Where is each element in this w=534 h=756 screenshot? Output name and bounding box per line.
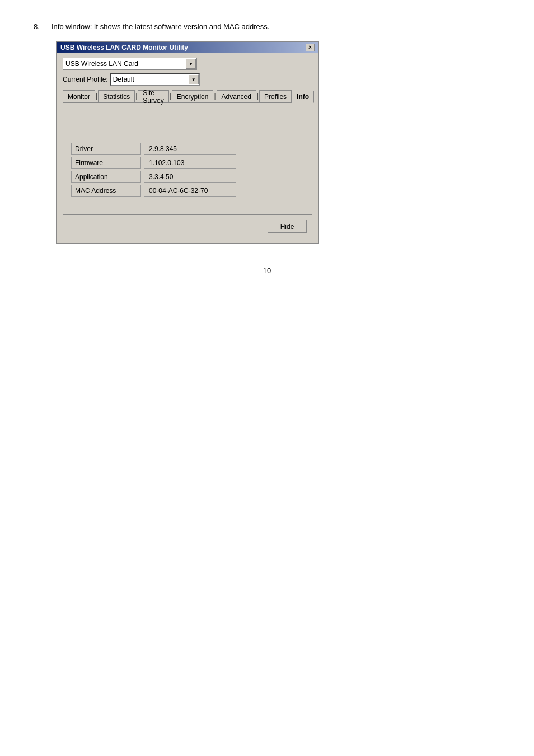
hide-button[interactable]: Hide bbox=[268, 220, 307, 233]
intro-text: Info window: It shows the latest softwar… bbox=[51, 22, 269, 31]
tab-site-survey[interactable]: Site Survey bbox=[138, 90, 168, 102]
profile-row: Current Profile: Default ▼ bbox=[63, 73, 312, 86]
page-footer: 10 bbox=[34, 266, 500, 275]
intro-line: 8.Info window: It shows the latest softw… bbox=[34, 22, 500, 31]
mac-value: 00-04-AC-6C-32-70 bbox=[144, 185, 236, 197]
profile-dropdown[interactable]: Default bbox=[110, 73, 200, 86]
tabs-row: Monitor | Statistics | Site Survey | Enc… bbox=[63, 90, 312, 103]
firmware-label: Firmware bbox=[71, 157, 141, 169]
driver-value: 2.9.8.345 bbox=[144, 143, 236, 155]
tab-statistics[interactable]: Statistics bbox=[98, 90, 135, 102]
dialog-window: USB Wireless LAN CARD Monitor Utility × … bbox=[56, 41, 319, 244]
bottom-row: Hide bbox=[63, 215, 312, 237]
info-rows-wrapper: Driver 2.9.8.345 Firmware 1.102.0.103 Ap… bbox=[71, 143, 304, 197]
driver-label: Driver bbox=[71, 143, 141, 155]
tab-advanced[interactable]: Advanced bbox=[217, 90, 256, 102]
dialog-title: USB Wireless LAN CARD Monitor Utility bbox=[60, 44, 188, 51]
intro-number: 8. bbox=[34, 22, 51, 31]
mac-label: MAC Address bbox=[71, 185, 141, 197]
profile-label: Current Profile: bbox=[63, 76, 108, 83]
application-label: Application bbox=[71, 171, 141, 183]
tab-info[interactable]: Info bbox=[292, 91, 314, 103]
device-dropdown-row: USB Wireless LAN Card ▼ bbox=[63, 58, 312, 70]
device-dropdown-wrapper: USB Wireless LAN Card ▼ bbox=[63, 58, 197, 70]
close-button[interactable]: × bbox=[306, 44, 315, 51]
profile-dropdown-wrapper: Default ▼ bbox=[110, 73, 200, 86]
tab-encryption[interactable]: Encryption bbox=[172, 90, 214, 102]
firmware-value: 1.102.0.103 bbox=[144, 157, 236, 169]
page-number: 10 bbox=[263, 266, 271, 275]
info-entry-driver: Driver 2.9.8.345 bbox=[71, 143, 304, 155]
tab-monitor[interactable]: Monitor bbox=[63, 90, 95, 102]
info-entry-firmware: Firmware 1.102.0.103 bbox=[71, 157, 304, 169]
content-area: Driver 2.9.8.345 Firmware 1.102.0.103 Ap… bbox=[63, 103, 312, 215]
info-entry-mac: MAC Address 00-04-AC-6C-32-70 bbox=[71, 185, 304, 197]
info-entry-application: Application 3.3.4.50 bbox=[71, 171, 304, 183]
tab-profiles[interactable]: Profiles bbox=[259, 90, 292, 102]
device-dropdown[interactable]: USB Wireless LAN Card bbox=[63, 58, 197, 70]
application-value: 3.3.4.50 bbox=[144, 171, 236, 183]
dialog-titlebar: USB Wireless LAN CARD Monitor Utility × bbox=[57, 42, 318, 53]
